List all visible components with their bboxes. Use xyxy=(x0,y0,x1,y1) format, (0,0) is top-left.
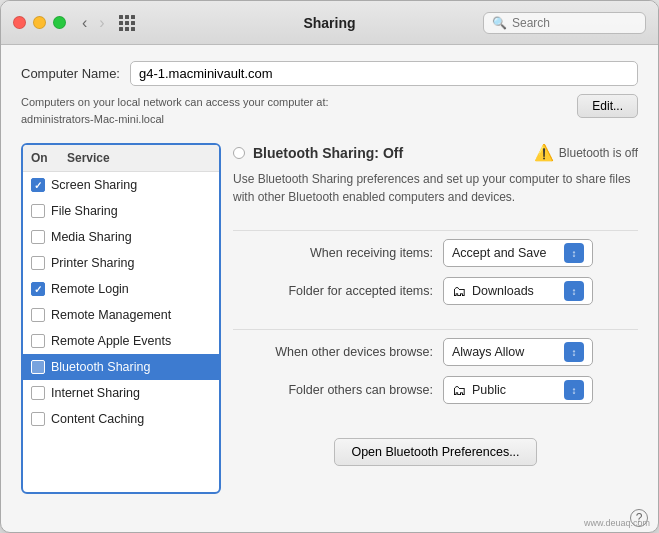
bottom-bar: ? www.deuaq.com xyxy=(1,504,658,532)
search-box[interactable]: 🔍 xyxy=(483,12,646,34)
edit-button[interactable]: Edit... xyxy=(577,94,638,118)
nav-buttons: ‹ › xyxy=(78,12,109,34)
browse-folder-row: Folder others can browse: 🗂 Public ↕ xyxy=(233,376,638,404)
service-row-screen-sharing[interactable]: Screen Sharing xyxy=(23,172,219,198)
browse-folder-icon: 🗂 xyxy=(452,382,466,398)
service-name-file-sharing: File Sharing xyxy=(51,204,118,218)
service-row-printer-sharing[interactable]: Printer Sharing xyxy=(23,250,219,276)
minimize-button[interactable] xyxy=(33,16,46,29)
checkbox-internet-sharing[interactable] xyxy=(31,386,45,400)
bluetooth-title: Bluetooth Sharing: Off xyxy=(253,145,403,161)
checkbox-remote-management[interactable] xyxy=(31,308,45,322)
service-row-remote-management[interactable]: Remote Management xyxy=(23,302,219,328)
maximize-button[interactable] xyxy=(53,16,66,29)
search-input[interactable] xyxy=(512,16,637,30)
browse-label: When other devices browse: xyxy=(233,345,443,359)
receiving-dropdown-arrow: ↕ xyxy=(564,243,584,263)
checkbox-content-caching[interactable] xyxy=(31,412,45,426)
service-row-internet-sharing[interactable]: Internet Sharing xyxy=(23,380,219,406)
search-icon: 🔍 xyxy=(492,16,507,30)
bluetooth-header: Bluetooth Sharing: Off ⚠️ Bluetooth is o… xyxy=(233,143,638,162)
checkbox-remote-apple-events[interactable] xyxy=(31,334,45,348)
close-button[interactable] xyxy=(13,16,26,29)
browse-folder-dropdown-arrow: ↕ xyxy=(564,380,584,400)
window: ‹ › Sharing 🔍 Computer Name: Computers o… xyxy=(0,0,659,533)
browse-value: Always Allow xyxy=(452,345,558,359)
detail-panel: Bluetooth Sharing: Off ⚠️ Bluetooth is o… xyxy=(233,143,638,494)
col-service-label: Service xyxy=(67,151,110,165)
service-name-remote-apple-events: Remote Apple Events xyxy=(51,334,171,348)
service-row-media-sharing[interactable]: Media Sharing xyxy=(23,224,219,250)
computer-name-label: Computer Name: xyxy=(21,66,120,81)
checkbox-printer-sharing[interactable] xyxy=(31,256,45,270)
checkbox-screen-sharing[interactable] xyxy=(31,178,45,192)
bluetooth-warning: ⚠️ Bluetooth is off xyxy=(534,143,638,162)
service-name-remote-management: Remote Management xyxy=(51,308,171,322)
service-name-media-sharing: Media Sharing xyxy=(51,230,132,244)
service-row-remote-login[interactable]: Remote Login xyxy=(23,276,219,302)
service-row-file-sharing[interactable]: File Sharing xyxy=(23,198,219,224)
titlebar: ‹ › Sharing 🔍 xyxy=(1,1,658,45)
main-panel: On Service Screen Sharing File Sharing xyxy=(21,143,638,494)
services-panel: On Service Screen Sharing File Sharing xyxy=(21,143,221,494)
service-name-content-caching: Content Caching xyxy=(51,412,144,426)
browse-dropdown[interactable]: Always Allow ↕ xyxy=(443,338,593,366)
content-area: Computer Name: Computers on your local n… xyxy=(1,45,658,504)
folder-label: Folder for accepted items: xyxy=(233,284,443,298)
checkbox-bluetooth-sharing[interactable] xyxy=(31,360,45,374)
folder-icon: 🗂 xyxy=(452,283,466,299)
folder-value: Downloads xyxy=(472,284,558,298)
checkbox-media-sharing[interactable] xyxy=(31,230,45,244)
apps-grid-icon[interactable] xyxy=(119,15,135,31)
checkbox-file-sharing[interactable] xyxy=(31,204,45,218)
folder-dropdown-arrow: ↕ xyxy=(564,281,584,301)
service-name-printer-sharing: Printer Sharing xyxy=(51,256,134,270)
service-row-bluetooth-sharing[interactable]: Bluetooth Sharing xyxy=(23,354,219,380)
service-name-screen-sharing: Screen Sharing xyxy=(51,178,137,192)
folder-accepted-row: Folder for accepted items: 🗂 Downloads ↕ xyxy=(233,277,638,305)
browse-folder-value: Public xyxy=(472,383,558,397)
receiving-dropdown[interactable]: Accept and Save ↕ xyxy=(443,239,593,267)
divider-1 xyxy=(233,230,638,231)
watermark: www.deuaq.com xyxy=(584,518,650,528)
service-row-remote-apple-events[interactable]: Remote Apple Events xyxy=(23,328,219,354)
back-button[interactable]: ‹ xyxy=(78,12,91,34)
service-name-remote-login: Remote Login xyxy=(51,282,129,296)
browse-row: When other devices browse: Always Allow … xyxy=(233,338,638,366)
service-name-bluetooth-sharing: Bluetooth Sharing xyxy=(51,360,150,374)
checkbox-remote-login[interactable] xyxy=(31,282,45,296)
computer-name-input[interactable] xyxy=(130,61,638,86)
local-address-row: Computers on your local network can acce… xyxy=(21,94,638,127)
computer-name-row: Computer Name: xyxy=(21,61,638,86)
receiving-value: Accept and Save xyxy=(452,246,558,260)
local-address-text: Computers on your local network can acce… xyxy=(21,94,567,127)
open-bluetooth-prefs-button[interactable]: Open Bluetooth Preferences... xyxy=(334,438,536,466)
forward-button[interactable]: › xyxy=(95,12,108,34)
service-name-internet-sharing: Internet Sharing xyxy=(51,386,140,400)
services-list: Screen Sharing File Sharing Media Sharin… xyxy=(23,172,219,492)
bluetooth-radio[interactable] xyxy=(233,147,245,159)
traffic-lights xyxy=(13,16,66,29)
window-title: Sharing xyxy=(303,15,355,31)
folder-dropdown[interactable]: 🗂 Downloads ↕ xyxy=(443,277,593,305)
browse-dropdown-arrow: ↕ xyxy=(564,342,584,362)
receiving-items-row: When receiving items: Accept and Save ↕ xyxy=(233,239,638,267)
browse-folder-label: Folder others can browse: xyxy=(233,383,443,397)
service-row-content-caching[interactable]: Content Caching xyxy=(23,406,219,432)
warning-icon: ⚠️ xyxy=(534,143,554,162)
divider-2 xyxy=(233,329,638,330)
bluetooth-description: Use Bluetooth Sharing preferences and se… xyxy=(233,170,638,206)
receiving-label: When receiving items: xyxy=(233,246,443,260)
browse-folder-dropdown[interactable]: 🗂 Public ↕ xyxy=(443,376,593,404)
services-header: On Service xyxy=(23,145,219,172)
bluetooth-warning-text: Bluetooth is off xyxy=(559,146,638,160)
col-on-label: On xyxy=(31,151,67,165)
